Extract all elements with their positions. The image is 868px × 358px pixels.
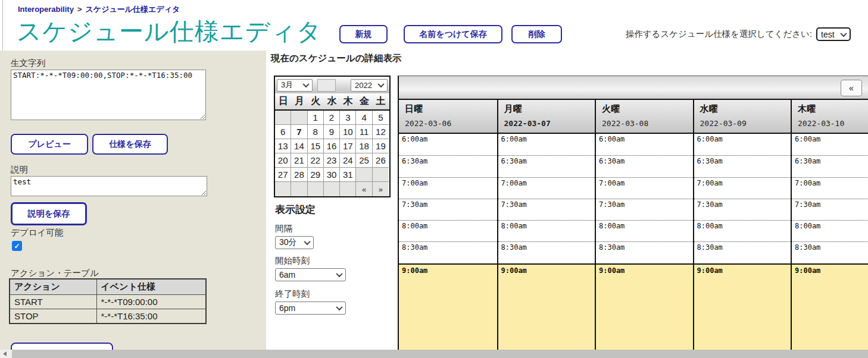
calendar-day[interactable]: 28 [291,168,307,182]
active-schedule-block[interactable]: 9:00am [399,263,497,350]
calendar-day[interactable]: 24 [340,153,356,168]
time-slot-cell[interactable]: 7:30am [399,199,497,220]
end-time-select-dropdown[interactable]: 6pm [275,302,346,315]
time-slot-cell[interactable]: 8:30am [498,241,595,263]
time-slot-cell[interactable]: 7:30am [596,199,693,220]
calendar-day[interactable]: 3 [340,111,356,125]
raw-string-label: 生文字列 [11,58,45,69]
time-slot-cell[interactable]: 8:00am [596,220,693,241]
time-slot-cell[interactable]: 7:30am [694,199,791,220]
time-slot-cell[interactable]: 6:30am [596,155,693,177]
calendar-day[interactable]: 25 [356,153,372,168]
time-slot-cell[interactable]: 6:00am [792,134,868,155]
raw-string-textarea[interactable]: START:*-*-*T09:00:00,STOP:*-*-*T16:35:00 [11,70,206,120]
end-time-label: 終了時刻 [275,288,310,300]
calendar-day[interactable]: 10 [340,125,356,139]
spec-select-value: test [821,30,835,39]
scroll-left-icon[interactable] [3,351,7,356]
breadcrumb-current-link[interactable]: スケジュール仕様エディタ [86,5,180,14]
calendar-day[interactable]: 4 [356,111,372,125]
action-table-cell: STOP [10,309,96,324]
deployable-checkbox[interactable] [12,241,22,251]
time-slot-cell[interactable]: 6:00am [498,134,595,155]
week-day-name: 日曜 [405,103,497,115]
mini-calendar-weekdays: 日月火水木金土 [275,93,389,111]
time-slot-cell[interactable]: 7:00am [399,177,497,199]
calendar-day[interactable]: 2 [324,111,340,125]
calendar-day[interactable]: 6 [275,125,291,139]
calendar-day[interactable]: 30 [324,168,340,182]
spec-select-dropdown[interactable]: test [816,27,851,41]
week-schedule-view: « 日曜2022-03-066:00am6:30am7:00am7:30am8:… [398,76,868,350]
time-slot-cell[interactable]: 8:00am [498,220,595,241]
calendar-day[interactable]: 7 [291,125,307,139]
time-slot-cell[interactable]: 8:30am [694,241,791,263]
save-spec-button[interactable]: 仕様を保存 [92,134,168,155]
calendar-day[interactable]: 22 [308,153,324,168]
calendar-day[interactable]: 13 [275,139,291,153]
description-textarea[interactable]: test [11,176,207,196]
calendar-day[interactable]: 5 [373,111,389,125]
calendar-day[interactable]: 8 [308,125,324,139]
time-slot-cell[interactable]: 8:00am [399,220,497,241]
active-schedule-block[interactable]: 9:00am [596,263,693,350]
start-time-select-value: 6am [279,270,295,280]
time-slot-cell[interactable]: 6:30am [792,155,868,177]
calendar-day[interactable]: 18 [356,139,372,153]
time-slot-cell[interactable]: 8:30am [596,241,693,263]
calendar-day[interactable]: 27 [275,168,291,182]
delete-button[interactable]: 削除 [511,25,562,43]
calendar-prev-button[interactable]: « [356,182,372,196]
calendar-day[interactable]: 11 [356,125,372,139]
calendar-header-spacer [317,79,336,92]
time-slot-cell[interactable]: 6:00am [596,134,693,155]
calendar-day[interactable]: 16 [324,139,340,153]
calendar-next-button[interactable]: » [373,182,389,196]
calendar-day[interactable]: 26 [373,153,389,168]
mini-calendar-header: 3月 2022 [275,77,389,93]
time-slot-cell[interactable]: 8:00am [694,220,791,241]
month-select-dropdown[interactable]: 3月 [277,79,313,92]
breadcrumb-root-link[interactable]: Interoperability [18,5,74,14]
save-as-button[interactable]: 名前をつけて保存 [404,25,502,43]
calendar-day[interactable]: 23 [324,153,340,168]
calendar-day[interactable]: 9 [324,125,340,139]
time-slot-cell[interactable]: 6:30am [694,155,791,177]
time-slot-cell[interactable]: 7:00am [498,177,595,199]
time-slot-cell[interactable]: 7:00am [694,177,791,199]
calendar-day[interactable]: 19 [373,139,389,153]
time-slot-cell[interactable]: 8:30am [399,241,497,263]
calendar-day[interactable]: 31 [340,168,356,182]
time-slot-cell[interactable]: 6:00am [694,134,791,155]
interval-select-dropdown[interactable]: 30分 [275,236,314,249]
new-button[interactable]: 新規 [339,25,388,43]
year-select-dropdown[interactable]: 2022 [351,79,388,92]
time-slot-cell[interactable]: 6:30am [498,155,595,177]
time-slot-cell[interactable]: 8:30am [792,241,868,263]
active-schedule-block[interactable]: 9:00am [792,263,868,350]
chevron-down-icon [377,81,384,87]
calendar-day[interactable]: 20 [275,153,291,168]
time-slot-cell[interactable]: 6:00am [399,134,497,155]
calendar-day[interactable]: 21 [291,153,307,168]
calendar-day[interactable]: 14 [291,139,307,153]
time-slot-cell[interactable]: 7:00am [596,177,693,199]
active-schedule-block[interactable]: 9:00am [498,263,595,350]
time-slot-cell[interactable]: 7:30am [498,199,595,220]
save-description-button[interactable]: 説明を保存 [11,202,87,225]
time-slot-cell[interactable]: 7:30am [792,199,868,220]
calendar-day[interactable]: 15 [308,139,324,153]
calendar-day[interactable]: 29 [308,168,324,182]
time-slot-cell[interactable]: 7:00am [792,177,868,199]
active-schedule-block[interactable]: 9:00am [694,263,791,350]
calendar-day[interactable]: 12 [373,125,389,139]
start-time-select-dropdown[interactable]: 6am [275,268,346,281]
preview-button[interactable]: プレビュー [11,134,88,155]
scroll-back-button[interactable]: « [841,80,862,96]
calendar-day[interactable]: 1 [308,111,324,125]
scrollbar-thumb[interactable] [12,350,868,358]
calendar-day[interactable]: 17 [340,139,356,153]
time-slot-cell[interactable]: 6:30am [399,155,497,177]
horizontal-scrollbar[interactable] [0,350,868,358]
time-slot-cell[interactable]: 8:00am [792,220,868,241]
